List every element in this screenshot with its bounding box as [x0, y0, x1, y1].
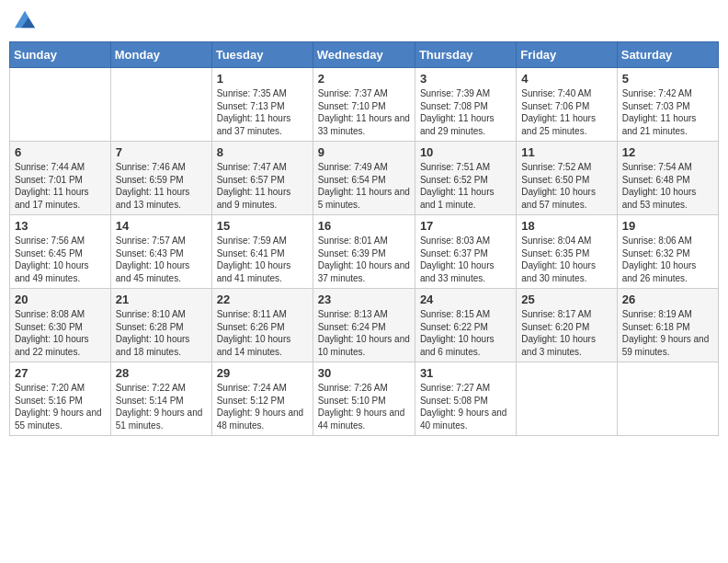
day-info: Sunrise: 8:03 AM Sunset: 6:37 PM Dayligh… — [420, 235, 511, 284]
day-info: Sunrise: 7:51 AM Sunset: 6:52 PM Dayligh… — [420, 161, 511, 211]
day-number: 26 — [622, 293, 713, 306]
calendar-cell: 4Sunrise: 7:40 AM Sunset: 7:06 PM Daylig… — [517, 68, 617, 142]
day-info: Sunrise: 7:22 AM Sunset: 5:14 PM Dayligh… — [116, 382, 207, 431]
calendar-cell: 31Sunrise: 7:27 AM Sunset: 5:08 PM Dayli… — [415, 362, 516, 436]
day-info: Sunrise: 7:44 AM Sunset: 7:01 PM Dayligh… — [15, 161, 106, 211]
page-header — [9, 9, 719, 34]
calendar-cell — [10, 68, 111, 142]
calendar-cell: 18Sunrise: 8:04 AM Sunset: 6:35 PM Dayli… — [517, 215, 617, 289]
day-info: Sunrise: 8:06 AM Sunset: 6:32 PM Dayligh… — [622, 235, 713, 284]
day-number: 5 — [622, 72, 713, 86]
day-info: Sunrise: 8:10 AM Sunset: 6:28 PM Dayligh… — [116, 308, 207, 358]
calendar-cell: 9Sunrise: 7:49 AM Sunset: 6:54 PM Daylig… — [313, 142, 415, 215]
day-info: Sunrise: 8:15 AM Sunset: 6:22 PM Dayligh… — [420, 308, 511, 358]
day-number: 29 — [217, 366, 308, 380]
calendar-cell: 24Sunrise: 8:15 AM Sunset: 6:22 PM Dayli… — [415, 289, 516, 362]
calendar-cell: 30Sunrise: 7:26 AM Sunset: 5:10 PM Dayli… — [313, 362, 415, 436]
weekday-header-monday: Monday — [110, 42, 211, 68]
calendar-cell: 5Sunrise: 7:42 AM Sunset: 7:03 PM Daylig… — [617, 68, 718, 142]
calendar-cell: 6Sunrise: 7:44 AM Sunset: 7:01 PM Daylig… — [10, 142, 111, 215]
calendar-cell — [617, 362, 718, 436]
calendar-cell: 20Sunrise: 8:08 AM Sunset: 6:30 PM Dayli… — [10, 289, 111, 362]
calendar-cell: 16Sunrise: 8:01 AM Sunset: 6:39 PM Dayli… — [313, 215, 415, 289]
day-number: 21 — [116, 293, 207, 306]
day-info: Sunrise: 7:40 AM Sunset: 7:06 PM Dayligh… — [521, 87, 611, 137]
calendar-table: SundayMondayTuesdayWednesdayThursdayFrid… — [9, 41, 719, 436]
day-number: 4 — [521, 72, 611, 86]
day-number: 12 — [622, 145, 713, 159]
weekday-header-saturday: Saturday — [617, 42, 718, 68]
day-info: Sunrise: 7:52 AM Sunset: 6:50 PM Dayligh… — [521, 161, 611, 211]
day-number: 17 — [420, 219, 511, 233]
day-number: 22 — [217, 293, 308, 306]
calendar-cell: 7Sunrise: 7:46 AM Sunset: 6:59 PM Daylig… — [110, 142, 211, 215]
day-info: Sunrise: 7:27 AM Sunset: 5:08 PM Dayligh… — [420, 382, 511, 431]
weekday-header-thursday: Thursday — [415, 42, 516, 68]
day-number: 6 — [15, 145, 106, 159]
calendar-cell: 14Sunrise: 7:57 AM Sunset: 6:43 PM Dayli… — [110, 215, 211, 289]
day-number: 10 — [420, 145, 511, 159]
weekday-header-sunday: Sunday — [10, 42, 111, 68]
calendar-cell: 15Sunrise: 7:59 AM Sunset: 6:41 PM Dayli… — [211, 215, 313, 289]
day-number: 11 — [521, 145, 611, 159]
day-info: Sunrise: 7:20 AM Sunset: 5:16 PM Dayligh… — [15, 382, 106, 431]
calendar-cell: 12Sunrise: 7:54 AM Sunset: 6:48 PM Dayli… — [617, 142, 718, 215]
day-number: 3 — [420, 72, 511, 86]
day-number: 14 — [116, 219, 207, 233]
day-info: Sunrise: 7:26 AM Sunset: 5:10 PM Dayligh… — [318, 382, 410, 431]
day-info: Sunrise: 8:04 AM Sunset: 6:35 PM Dayligh… — [521, 235, 611, 284]
day-number: 25 — [521, 293, 611, 306]
day-number: 18 — [521, 219, 611, 233]
day-info: Sunrise: 8:17 AM Sunset: 6:20 PM Dayligh… — [521, 308, 611, 358]
day-info: Sunrise: 8:19 AM Sunset: 6:18 PM Dayligh… — [622, 308, 713, 358]
day-info: Sunrise: 7:46 AM Sunset: 6:59 PM Dayligh… — [116, 161, 207, 211]
calendar-cell: 27Sunrise: 7:20 AM Sunset: 5:16 PM Dayli… — [10, 362, 111, 436]
weekday-header-tuesday: Tuesday — [211, 42, 313, 68]
calendar-cell — [110, 68, 211, 142]
weekday-header-wednesday: Wednesday — [313, 42, 415, 68]
weekday-header-row: SundayMondayTuesdayWednesdayThursdayFrid… — [10, 42, 719, 68]
calendar-cell: 17Sunrise: 8:03 AM Sunset: 6:37 PM Dayli… — [415, 215, 516, 289]
logo — [13, 9, 35, 34]
calendar-cell: 11Sunrise: 7:52 AM Sunset: 6:50 PM Dayli… — [517, 142, 617, 215]
logo-icon — [15, 9, 35, 29]
week-row-3: 13Sunrise: 7:56 AM Sunset: 6:45 PM Dayli… — [10, 215, 719, 289]
calendar-cell: 25Sunrise: 8:17 AM Sunset: 6:20 PM Dayli… — [517, 289, 617, 362]
day-info: Sunrise: 7:57 AM Sunset: 6:43 PM Dayligh… — [116, 235, 207, 284]
calendar-cell: 26Sunrise: 8:19 AM Sunset: 6:18 PM Dayli… — [617, 289, 718, 362]
day-info: Sunrise: 7:37 AM Sunset: 7:10 PM Dayligh… — [318, 87, 410, 137]
week-row-2: 6Sunrise: 7:44 AM Sunset: 7:01 PM Daylig… — [10, 142, 719, 215]
calendar-cell: 2Sunrise: 7:37 AM Sunset: 7:10 PM Daylig… — [313, 68, 415, 142]
day-number: 24 — [420, 293, 511, 306]
calendar-cell: 22Sunrise: 8:11 AM Sunset: 6:26 PM Dayli… — [211, 289, 313, 362]
day-number: 13 — [15, 219, 106, 233]
day-number: 8 — [217, 145, 308, 159]
weekday-header-friday: Friday — [517, 42, 617, 68]
week-row-5: 27Sunrise: 7:20 AM Sunset: 5:16 PM Dayli… — [10, 362, 719, 436]
calendar-cell: 28Sunrise: 7:22 AM Sunset: 5:14 PM Dayli… — [110, 362, 211, 436]
day-number: 30 — [318, 366, 410, 380]
day-info: Sunrise: 8:13 AM Sunset: 6:24 PM Dayligh… — [318, 308, 410, 358]
day-number: 23 — [318, 293, 410, 306]
day-info: Sunrise: 7:47 AM Sunset: 6:57 PM Dayligh… — [217, 161, 308, 211]
day-number: 31 — [420, 366, 511, 380]
calendar-cell: 21Sunrise: 8:10 AM Sunset: 6:28 PM Dayli… — [110, 289, 211, 362]
day-number: 27 — [15, 366, 106, 380]
day-number: 28 — [116, 366, 207, 380]
calendar-cell: 10Sunrise: 7:51 AM Sunset: 6:52 PM Dayli… — [415, 142, 516, 215]
day-number: 20 — [15, 293, 106, 306]
day-info: Sunrise: 7:49 AM Sunset: 6:54 PM Dayligh… — [318, 161, 410, 211]
day-info: Sunrise: 7:54 AM Sunset: 6:48 PM Dayligh… — [622, 161, 713, 211]
day-number: 16 — [318, 219, 410, 233]
day-info: Sunrise: 7:42 AM Sunset: 7:03 PM Dayligh… — [622, 87, 713, 137]
calendar-cell: 8Sunrise: 7:47 AM Sunset: 6:57 PM Daylig… — [211, 142, 313, 215]
calendar-cell: 29Sunrise: 7:24 AM Sunset: 5:12 PM Dayli… — [211, 362, 313, 436]
day-info: Sunrise: 8:01 AM Sunset: 6:39 PM Dayligh… — [318, 235, 410, 284]
day-number: 7 — [116, 145, 207, 159]
calendar-cell — [517, 362, 617, 436]
day-number: 9 — [318, 145, 410, 159]
day-info: Sunrise: 7:59 AM Sunset: 6:41 PM Dayligh… — [217, 235, 308, 284]
day-info: Sunrise: 7:56 AM Sunset: 6:45 PM Dayligh… — [15, 235, 106, 284]
day-info: Sunrise: 7:35 AM Sunset: 7:13 PM Dayligh… — [217, 87, 308, 137]
week-row-1: 1Sunrise: 7:35 AM Sunset: 7:13 PM Daylig… — [10, 68, 719, 142]
